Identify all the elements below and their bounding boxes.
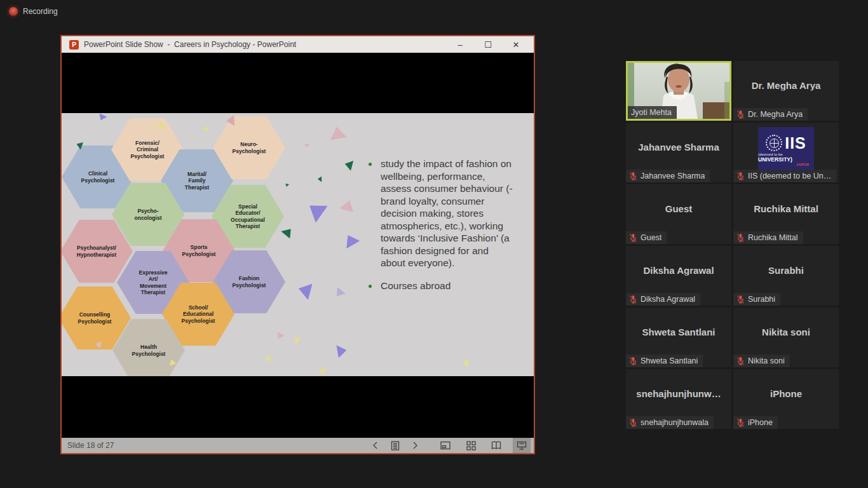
participant-tile[interactable]: Dr. Megha Arya Dr. Megha Arya: [733, 61, 839, 121]
participant-label-chip: Jyoti Mehta: [628, 106, 677, 119]
recording-label: Recording: [23, 7, 58, 16]
confetti-shape: [285, 184, 289, 187]
participant-label-chip: Dr. Megha Arya: [733, 108, 808, 121]
iis-emblem-icon: [766, 135, 782, 151]
confetti-shape: [98, 113, 107, 121]
mic-muted-icon: [736, 356, 745, 365]
slide-sorter-view-button[interactable]: [463, 438, 479, 452]
mic-muted-icon: [629, 172, 637, 180]
notes-menu-button[interactable]: [387, 438, 403, 452]
mic-muted-icon: [736, 110, 745, 119]
slide-bullet-list: study the impact of fashion on wellbeing…: [369, 158, 521, 302]
participant-name: snehajhunjhunw…: [626, 388, 731, 398]
reading-view-button[interactable]: [488, 438, 505, 452]
confetti-shape: [334, 287, 346, 299]
participant-label-chip: Nikita soni: [733, 355, 790, 367]
next-slide-button[interactable]: [407, 438, 423, 452]
participant-label-chip: snehajhunjhunwala: [626, 416, 714, 429]
participant-tile[interactable]: iPhone iPhone: [733, 369, 839, 429]
slide-counter: Slide 18 of 27: [67, 441, 114, 450]
bullet-item: Courses abroad: [369, 280, 521, 292]
bullet-marker: [369, 163, 372, 166]
confetti-shape: [304, 143, 310, 147]
participant-name: Guest: [626, 203, 731, 214]
participant-label-chip: IIS (deemed to be Un…: [733, 170, 836, 182]
participant-name: Ruchika Mittal: [733, 203, 839, 214]
confetti-shape: [317, 176, 322, 182]
confetti-shape: [276, 332, 285, 341]
confetti-shape: [339, 200, 354, 212]
participant-label-chip: iPhone: [733, 416, 778, 429]
previous-slide-button[interactable]: [367, 438, 384, 452]
mic-muted-icon: [736, 418, 745, 427]
confetti-shape: [202, 125, 210, 132]
participant-tile[interactable]: Jyoti Mehta: [626, 61, 731, 121]
bullet-item: study the impact of fashion on wellbeing…: [369, 158, 521, 269]
mic-muted-icon: [629, 295, 637, 304]
recording-dot-icon: [9, 7, 18, 16]
participant-tile[interactable]: Ruchika Mittal Ruchika Mittal: [733, 184, 839, 244]
participant-name: Diksha Agrawal: [626, 264, 731, 275]
mic-muted-icon: [736, 233, 745, 242]
mic-muted-icon: [736, 172, 745, 180]
participant-tile[interactable]: Nikita soni Nikita soni: [733, 308, 839, 367]
powerpoint-icon: P: [69, 40, 79, 50]
iis-logo-subtext: (deemed to be UNIVERSITY): [758, 152, 814, 163]
maximize-button[interactable]: ☐: [474, 37, 502, 52]
participants-grid: Jyoti Mehta Dr. Megha Arya Dr. Megha Ary…: [626, 61, 839, 429]
mic-muted-icon: [629, 233, 637, 242]
participant-label-chip: Jahanvee Sharma: [626, 170, 710, 182]
normal-view-button[interactable]: [437, 438, 454, 452]
confetti-shape: [318, 367, 328, 376]
slideshow-view-button[interactable]: [513, 438, 530, 452]
participant-name: Dr. Megha Arya: [733, 79, 839, 90]
participant-tile[interactable]: IIS (deemed to be UNIVERSITY) JAIPUR IIS…: [733, 123, 839, 182]
slide-letterbox-top: [62, 53, 534, 113]
mic-muted-icon: [629, 418, 637, 427]
participant-name: Jahanvee Sharma: [626, 141, 731, 152]
confetti-shape: [297, 283, 312, 301]
confetti-shape: [304, 199, 327, 224]
powerpoint-statusbar: Slide 18 of 27: [62, 438, 534, 453]
minimize-button[interactable]: –: [446, 37, 474, 52]
bullet-marker: [369, 285, 372, 288]
confetti-shape: [280, 225, 295, 238]
mic-muted-icon: [629, 356, 637, 365]
participant-tile[interactable]: Surabhi Surabhi: [733, 246, 839, 306]
iis-logo-city: JAIPUR: [796, 163, 809, 166]
participant-tile[interactable]: Jahanvee Sharma Jahanvee Sharma: [626, 123, 731, 182]
confetti-shape: [341, 232, 360, 251]
confetti-shape: [461, 359, 471, 369]
participant-name: iPhone: [733, 388, 839, 398]
slide-letterbox-bottom: [62, 376, 534, 438]
participant-tile[interactable]: Shweta Santlani Shweta Santlani: [626, 308, 731, 367]
close-button[interactable]: ✕: [502, 37, 530, 52]
confetti-shape: [334, 342, 348, 358]
participant-tile[interactable]: snehajhunjhunw… snehajhunjhunwala: [626, 369, 731, 429]
bullet-text: study the impact of fashion on wellbeing…: [381, 158, 515, 269]
confetti-shape: [264, 355, 273, 364]
confetti-shape: [327, 125, 347, 143]
participant-tile[interactable]: Diksha Agrawal Diksha Agrawal: [626, 246, 731, 306]
participant-name: Shweta Santlani: [626, 326, 731, 337]
participant-label-chip: Guest: [626, 231, 667, 244]
powerpoint-window: P PowerPoint Slide Show - Careers in Psy…: [60, 35, 535, 454]
iis-logo-text: IIS: [785, 135, 806, 151]
confetti-shape: [344, 160, 353, 171]
participant-label-chip: Ruchika Mittal: [733, 231, 803, 244]
window-title: PowerPoint Slide Show - Careers in Psych…: [84, 40, 296, 49]
participant-label-chip: Shweta Santlani: [626, 355, 703, 367]
iis-university-logo: IIS (deemed to be UNIVERSITY) JAIPUR: [758, 127, 814, 174]
slide-area[interactable]: Clinical PsychologistForensic/ Criminal …: [62, 113, 534, 376]
participant-label-chip: Diksha Agrawal: [626, 293, 700, 306]
participant-name: Surabhi: [733, 264, 839, 275]
recording-indicator: Recording: [9, 7, 58, 16]
powerpoint-titlebar[interactable]: P PowerPoint Slide Show - Careers in Psy…: [62, 36, 534, 53]
participant-tile[interactable]: Guest Guest: [626, 184, 731, 244]
confetti-shape: [292, 335, 301, 345]
participant-label-chip: Surabhi: [733, 293, 780, 306]
participant-name: Nikita soni: [733, 326, 839, 337]
bullet-text: Courses abroad: [381, 280, 515, 292]
mic-muted-icon: [736, 295, 745, 304]
